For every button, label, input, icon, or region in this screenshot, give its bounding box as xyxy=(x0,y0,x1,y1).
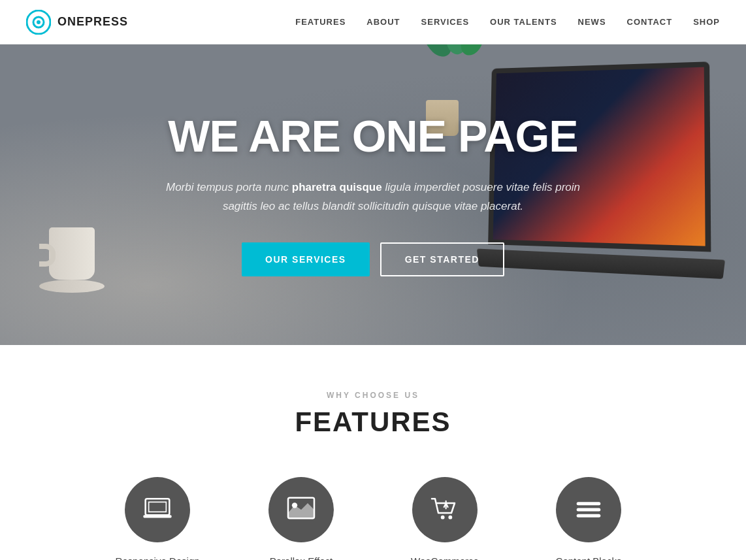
hero-title: WE ARE ONE PAGE xyxy=(168,113,577,159)
hero-section: WE ARE ONE PAGE Morbi tempus porta nunc … xyxy=(0,44,746,345)
nav-services[interactable]: SERVICES xyxy=(421,17,470,27)
features-section: WHY CHOOSE US FEATURES Responsive Design xyxy=(0,345,746,560)
hero-buttons: OUR SERVICES GET STARTED xyxy=(242,242,504,276)
svg-rect-5 xyxy=(143,515,171,518)
feature-woo: WooCommerce xyxy=(393,477,497,560)
nav-features[interactable]: FEATURES xyxy=(295,17,346,27)
nav-about[interactable]: ABOUT xyxy=(366,17,400,27)
features-eyebrow: WHY CHOOSE US xyxy=(26,391,720,400)
menu-icon xyxy=(572,493,605,526)
responsive-label: Responsive Design xyxy=(115,555,199,560)
nav-talents[interactable]: OUR TALENTS xyxy=(490,17,557,27)
our-services-button[interactable]: OUR SERVICES xyxy=(242,242,370,276)
logo-icon xyxy=(26,10,51,35)
laptop-icon xyxy=(141,493,174,526)
hero-content: WE ARE ONE PAGE Morbi tempus porta nunc … xyxy=(0,44,746,345)
svg-rect-12 xyxy=(577,508,601,512)
blocks-icon-wrap xyxy=(556,477,621,542)
nav-news[interactable]: NEWS xyxy=(578,17,606,27)
svg-point-9 xyxy=(448,516,452,519)
feature-responsive: Responsive Design xyxy=(105,477,210,560)
svg-rect-11 xyxy=(577,502,601,505)
feature-blocks: Content Blocks xyxy=(536,477,641,560)
nav-shop[interactable]: SHOP xyxy=(693,17,720,27)
responsive-icon-wrap xyxy=(125,477,190,542)
logo-text: ONEPRESS xyxy=(57,15,128,29)
main-nav: FEATURES ABOUT SERVICES OUR TALENTS NEWS… xyxy=(295,17,720,27)
image-icon xyxy=(285,493,317,526)
feature-parallax: Parallax Effect xyxy=(249,477,353,560)
cart-icon xyxy=(429,493,461,526)
parallax-label: Parallax Effect xyxy=(270,555,332,560)
svg-point-8 xyxy=(441,516,445,519)
nav-contact[interactable]: CONTACT xyxy=(627,17,673,27)
svg-point-2 xyxy=(37,20,41,24)
features-grid: Responsive Design Parallax Effect xyxy=(26,477,720,560)
hero-subtitle: Morbi tempus porta nunc pharetra quisque… xyxy=(161,178,585,216)
features-title: FEATURES xyxy=(26,406,720,438)
svg-rect-4 xyxy=(149,502,167,512)
woo-label: WooCommerce xyxy=(411,555,479,560)
logo[interactable]: ONEPRESS xyxy=(26,10,128,35)
svg-rect-13 xyxy=(577,514,601,518)
parallax-icon-wrap xyxy=(268,477,334,542)
get-started-button[interactable]: GET STARTED xyxy=(380,242,504,276)
woo-icon-wrap xyxy=(412,477,478,542)
header: ONEPRESS FEATURES ABOUT SERVICES OUR TAL… xyxy=(0,0,746,44)
blocks-label: Content Blocks xyxy=(556,555,622,560)
